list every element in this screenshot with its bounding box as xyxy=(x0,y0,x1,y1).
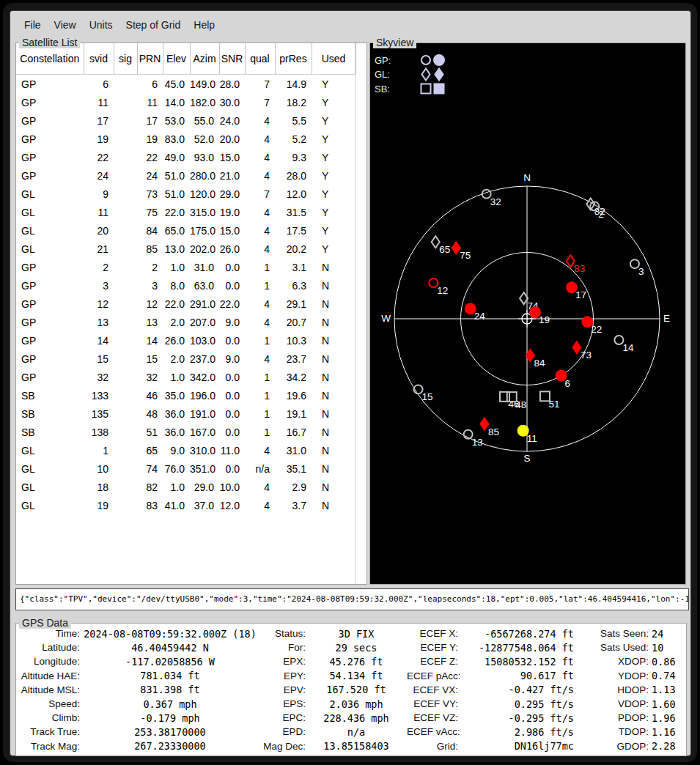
table-cell: 28.0 xyxy=(275,166,312,185)
table-cell: GP xyxy=(16,166,84,185)
window-frame: FileViewUnitsStep of GridHelp Satellite … xyxy=(3,3,697,762)
gps-label-vdop: VDOP: xyxy=(580,698,649,709)
table-cell: 4 xyxy=(245,313,275,331)
table-cell: 82 xyxy=(137,478,163,496)
table-cell: 1 xyxy=(245,368,275,386)
table-row[interactable]: GL218513.0202.026.0420.2Y xyxy=(16,240,355,258)
table-cell: 19 xyxy=(137,130,163,148)
table-cell: 85 xyxy=(137,240,163,258)
table-cell: 41.0 xyxy=(163,496,190,514)
gps-data-panel: GPS Data Time:2024-08-08T09:59:32.000Z (… xyxy=(15,623,687,756)
table-cell: 31.0 xyxy=(275,441,312,459)
table-cell: 83.0 xyxy=(163,130,190,148)
table-cell: 4 xyxy=(245,221,275,240)
table-cell: 207.0 xyxy=(190,313,219,331)
column-header-prn[interactable]: PRN xyxy=(137,43,163,75)
table-cell: 46 xyxy=(137,386,163,404)
table-row[interactable]: GP6645.0149.028.0714.9Y xyxy=(16,75,355,94)
satellite-14: 14 xyxy=(614,336,634,353)
gps-label-eps: EPS: xyxy=(260,698,306,709)
table-row[interactable]: GL117522.0315.019.0431.5Y xyxy=(16,203,355,221)
table-cell xyxy=(114,221,137,240)
column-header-snr[interactable]: SNR xyxy=(219,43,245,75)
gps-label-time: Time: xyxy=(17,628,80,639)
table-cell: GP xyxy=(16,148,84,166)
table-cell: Y xyxy=(312,75,355,94)
svg-text:24: 24 xyxy=(474,311,486,322)
table-row[interactable]: GL208465.0175.015.0417.5Y xyxy=(16,221,355,240)
table-cell: Y xyxy=(312,203,355,221)
table-row[interactable]: SB1354836.0191.00.0119.1N xyxy=(16,404,355,423)
table-row[interactable]: GP191983.052.020.045.2Y xyxy=(16,130,355,148)
table-cell xyxy=(114,240,137,258)
column-header-qual[interactable]: qual xyxy=(245,43,275,75)
column-header-azim[interactable]: Azim xyxy=(190,43,219,75)
table-row[interactable]: GL198341.037.012.043.7N xyxy=(16,496,355,514)
table-cell: 93.0 xyxy=(190,148,219,166)
gps-label-altitude-hae: Altitude HAE: xyxy=(17,670,80,681)
table-row[interactable]: GP338.063.00.016.3N xyxy=(16,276,355,295)
table-cell: 10 xyxy=(84,459,114,478)
table-row[interactable]: GP171753.055.024.045.5Y xyxy=(16,111,355,130)
table-row[interactable]: GP111114.0182.030.0718.2Y xyxy=(16,93,355,111)
table-cell: 75 xyxy=(137,203,163,221)
table-row[interactable]: GP15152.0237.09.0423.7N xyxy=(16,350,355,368)
menu-item-file[interactable]: File xyxy=(18,15,48,34)
svg-text:6: 6 xyxy=(565,378,571,389)
table-cell: 4 xyxy=(245,203,275,221)
column-header-svid[interactable]: svid xyxy=(84,43,114,75)
gps-value-speed: 0.367 mph xyxy=(80,698,260,710)
table-cell: 51 xyxy=(137,423,163,441)
gps-value-track-mag: 267.23330000 xyxy=(80,740,260,752)
gps-value-mag-dec: 13.85158403 xyxy=(306,740,407,752)
table-cell: SB xyxy=(16,386,84,404)
table-cell: 14 xyxy=(137,331,163,350)
svg-text:GL:: GL: xyxy=(375,69,390,80)
menu-item-units[interactable]: Units xyxy=(83,15,119,34)
table-cell: 28.0 xyxy=(219,75,245,94)
table-cell: N xyxy=(312,386,355,404)
table-cell xyxy=(114,111,137,130)
table-cell: 3.7 xyxy=(275,496,312,514)
table-cell: 37.0 xyxy=(190,496,219,514)
table-cell: 9 xyxy=(84,185,114,203)
table-cell: 26.0 xyxy=(163,331,190,350)
menu-item-step-of-grid[interactable]: Step of Grid xyxy=(119,15,188,34)
table-row[interactable]: GL18821.029.010.042.9N xyxy=(16,478,355,496)
menu-item-view[interactable]: View xyxy=(48,15,83,34)
table-cell: 4 xyxy=(245,496,275,514)
table-row[interactable]: GL97351.0120.029.0712.0Y xyxy=(16,185,355,203)
table-cell: 20 xyxy=(84,221,114,240)
table-row[interactable]: GP141426.0103.00.0110.3N xyxy=(16,331,355,350)
table-cell: 1 xyxy=(245,423,275,441)
table-row[interactable]: GP222249.093.015.049.3Y xyxy=(16,148,355,166)
table-cell: 51.0 xyxy=(163,166,190,185)
column-header-elev[interactable]: Elev xyxy=(163,43,190,75)
table-row[interactable]: SB1385136.0167.00.0116.7N xyxy=(16,423,355,441)
svg-text:13: 13 xyxy=(472,437,483,448)
table-cell: 191.0 xyxy=(190,404,219,423)
table-cell: 11 xyxy=(137,93,163,111)
table-cell: 0.0 xyxy=(219,276,245,295)
table-row[interactable]: GL107476.0351.00.0n/a35.1N xyxy=(16,459,355,478)
table-row[interactable]: GP121222.0291.022.0429.1N xyxy=(16,295,355,313)
table-row[interactable]: GP242451.0280.021.0428.0Y xyxy=(16,166,355,185)
table-row[interactable]: GP221.031.00.013.1N xyxy=(16,258,355,276)
column-header-prres[interactable]: prRes xyxy=(275,43,312,75)
table-cell: 3 xyxy=(84,276,114,295)
table-cell: 2.9 xyxy=(275,478,312,496)
table-row[interactable]: GL1659.0310.011.0431.0N xyxy=(16,441,355,459)
table-row[interactable]: SB1334635.0196.00.0119.6N xyxy=(16,386,355,404)
table-cell: 11 xyxy=(84,203,114,221)
gps-value-time: 2024-08-08T09:59:32.000Z (18) xyxy=(80,628,260,640)
menu-item-help[interactable]: Help xyxy=(187,15,221,34)
table-row[interactable]: GP32321.0342.00.0134.2N xyxy=(16,368,355,386)
satellite-73: 73 xyxy=(572,341,592,361)
column-header-sig[interactable]: sig xyxy=(114,43,137,75)
gps-value-ydop: 0.74 xyxy=(649,670,678,681)
table-cell xyxy=(114,185,137,203)
gps-value-ecef-vy: 0.295 ft/s xyxy=(458,698,580,710)
satellite-12: 12 xyxy=(429,278,448,296)
table-row[interactable]: GP13132.0207.09.0420.7N xyxy=(16,313,355,331)
column-header-used[interactable]: Used xyxy=(312,43,355,75)
